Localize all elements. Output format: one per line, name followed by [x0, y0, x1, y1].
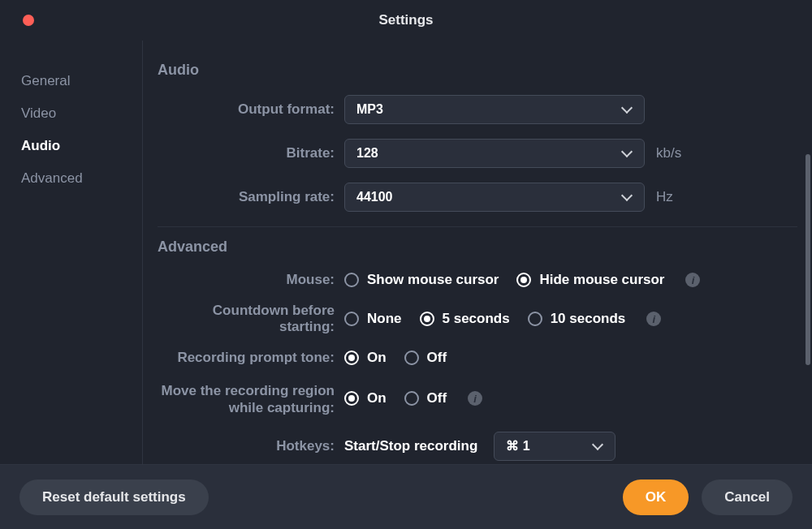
radio-move-on[interactable]: On — [344, 390, 387, 406]
label-hotkeys: Hotkeys: — [158, 438, 344, 454]
label-output-format: Output format: — [158, 101, 344, 118]
row-sampling-rate: Sampling rate: 44100 Hz — [158, 183, 797, 212]
ok-button[interactable]: OK — [623, 480, 689, 515]
chevron-down-icon — [623, 105, 634, 114]
radio-label: On — [367, 390, 387, 406]
row-prompt-tone: Recording prompt tone: On Off — [158, 350, 797, 366]
radio-countdown-5s[interactable]: 5 seconds — [420, 311, 510, 327]
row-hotkeys: Hotkeys: Start/Stop recording ⌘ 1 — [158, 432, 797, 461]
info-icon[interactable]: i — [468, 391, 482, 406]
radio-label: 5 seconds — [443, 311, 510, 327]
close-window-button[interactable] — [23, 15, 34, 26]
bitrate-unit: kb/s — [656, 145, 681, 161]
content: Audio Output format: MP3 Bitrate: 128 kb… — [143, 41, 812, 464]
radio-label: Hide mouse cursor — [539, 272, 664, 288]
divider — [158, 226, 797, 227]
row-countdown: Countdown before starting: None 5 second… — [158, 303, 797, 335]
radio-show-cursor[interactable]: Show mouse cursor — [344, 272, 499, 288]
titlebar: Settings — [0, 0, 812, 41]
footer: Reset default settings OK Cancel — [0, 464, 812, 529]
section-heading-audio: Audio — [158, 62, 797, 79]
section-heading-advanced: Advanced — [158, 239, 797, 256]
info-icon[interactable]: i — [685, 273, 700, 287]
radio-hide-cursor[interactable]: Hide mouse cursor — [516, 272, 664, 288]
label-countdown: Countdown before starting: — [158, 303, 344, 335]
radio-label: None — [367, 311, 402, 327]
bitrate-select[interactable]: 128 — [344, 139, 645, 168]
label-prompt-tone: Recording prompt tone: — [158, 350, 344, 366]
move-region-radio-group: On Off i — [344, 390, 482, 406]
row-bitrate: Bitrate: 128 kb/s — [158, 139, 797, 168]
radio-label: Off — [427, 350, 447, 366]
label-bitrate: Bitrate: — [158, 145, 344, 161]
hotkey-binding: ⌘ 1 — [506, 438, 529, 454]
content-wrapper: Audio Output format: MP3 Bitrate: 128 kb… — [143, 41, 812, 464]
chevron-down-icon — [594, 442, 605, 450]
row-output-format: Output format: MP3 — [158, 95, 797, 124]
radio-label: On — [367, 350, 387, 366]
chevron-down-icon — [623, 193, 634, 201]
label-mouse: Mouse: — [158, 272, 344, 288]
sidebar-item-general[interactable]: General — [0, 65, 142, 97]
sidebar-item-video[interactable]: Video — [0, 97, 142, 130]
chevron-down-icon — [623, 149, 634, 157]
label-move-region: Move the recording region while capturin… — [158, 381, 344, 417]
mouse-radio-group: Show mouse cursor Hide mouse cursor i — [344, 272, 700, 288]
radio-move-off[interactable]: Off — [404, 390, 447, 406]
info-icon[interactable]: i — [646, 312, 661, 326]
hotkey-select[interactable]: ⌘ 1 — [494, 432, 615, 461]
radio-prompt-on[interactable]: On — [344, 350, 387, 366]
reset-defaults-button[interactable]: Reset default settings — [19, 480, 209, 515]
sampling-rate-value: 44100 — [356, 190, 393, 204]
radio-countdown-10s[interactable]: 10 seconds — [528, 311, 626, 327]
scrollbar-thumb[interactable] — [806, 154, 810, 365]
radio-label: 10 seconds — [551, 311, 626, 327]
radio-label: Show mouse cursor — [367, 272, 499, 288]
label-sampling-rate: Sampling rate: — [158, 189, 344, 205]
radio-label: Off — [427, 390, 447, 406]
sampling-rate-select[interactable]: 44100 — [344, 183, 645, 212]
hotkey-action: Start/Stop recording — [344, 438, 477, 454]
countdown-radio-group: None 5 seconds 10 seconds i — [344, 311, 661, 327]
settings-window: Settings General Video Audio Advanced Au… — [0, 0, 812, 529]
row-mouse: Mouse: Show mouse cursor Hide mouse curs… — [158, 272, 797, 288]
body: General Video Audio Advanced Audio Outpu… — [0, 41, 812, 464]
sampling-rate-unit: Hz — [656, 189, 673, 205]
radio-countdown-none[interactable]: None — [344, 311, 402, 327]
bitrate-value: 128 — [356, 146, 378, 161]
radio-prompt-off[interactable]: Off — [404, 350, 447, 366]
sidebar-item-advanced[interactable]: Advanced — [0, 162, 142, 195]
output-format-value: MP3 — [356, 102, 383, 117]
output-format-select[interactable]: MP3 — [344, 95, 645, 124]
window-title: Settings — [0, 12, 812, 28]
row-move-region: Move the recording region while capturin… — [158, 381, 797, 417]
sidebar-item-audio[interactable]: Audio — [0, 130, 142, 162]
cancel-button[interactable]: Cancel — [702, 480, 793, 515]
sidebar: General Video Audio Advanced — [0, 41, 143, 464]
prompt-tone-radio-group: On Off — [344, 350, 447, 366]
